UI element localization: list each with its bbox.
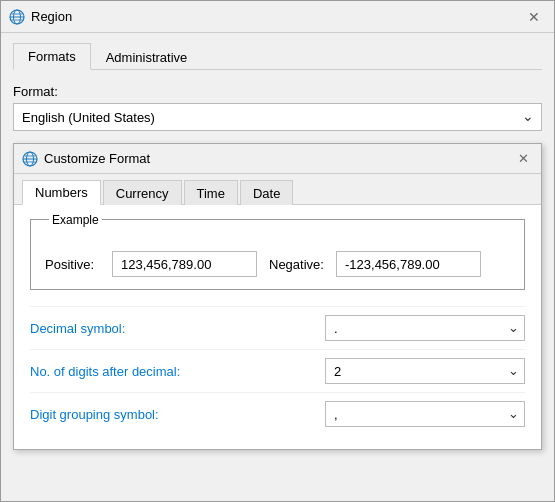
customize-window: Customize Format ✕ Numbers Currency Time… [13,143,542,450]
digits-after-decimal-select[interactable]: 01234 [325,358,525,384]
format-select[interactable]: English (United States)English (United K… [13,103,542,131]
region-title-bar: Region ✕ [1,1,554,33]
example-row: Positive: Negative: [45,251,510,277]
outer-tab-bar: Formats Administrative [13,43,542,70]
customize-close-button[interactable]: ✕ [513,149,533,169]
digits-after-decimal-select-wrapper: 01234 [325,358,525,384]
customize-title-text: Customize Format [44,151,507,166]
inner-tab-currency[interactable]: Currency [103,180,182,205]
example-box: Example Positive: Negative: [30,219,525,290]
inner-tab-numbers[interactable]: Numbers [22,180,101,205]
globe-icon [9,9,25,25]
decimal-symbol-row: Decimal symbol: ., [30,306,525,349]
digit-grouping-select-wrapper: ,. None [325,401,525,427]
inner-tab-bar: Numbers Currency Time Date [14,174,541,205]
negative-value-input[interactable] [336,251,481,277]
negative-label: Negative: [269,257,324,272]
customize-body: Example Positive: Negative: Decimal symb… [14,205,541,449]
customize-globe-icon [22,151,38,167]
digit-grouping-select[interactable]: ,. None [325,401,525,427]
format-select-wrapper: English (United States)English (United K… [13,103,542,131]
tab-formats[interactable]: Formats [13,43,91,70]
tab-administrative[interactable]: Administrative [91,43,203,70]
example-title: Example [49,213,102,227]
format-label: Format: [13,84,542,99]
positive-label: Positive: [45,257,100,272]
inner-tab-time[interactable]: Time [184,180,238,205]
decimal-symbol-label: Decimal symbol: [30,321,325,336]
positive-value-input[interactable] [112,251,257,277]
region-content: Formats Administrative Format: English (… [1,33,554,460]
decimal-symbol-select[interactable]: ., [325,315,525,341]
digit-grouping-label: Digit grouping symbol: [30,407,325,422]
region-close-button[interactable]: ✕ [522,5,546,29]
region-window: Region ✕ Formats Administrative Format: … [0,0,555,502]
inner-tab-date[interactable]: Date [240,180,293,205]
region-title: Region [31,9,516,24]
decimal-symbol-select-wrapper: ., [325,315,525,341]
format-section: Format: English (United States)English (… [13,84,542,131]
digits-after-decimal-label: No. of digits after decimal: [30,364,325,379]
customize-title-bar: Customize Format ✕ [14,144,541,174]
digits-after-decimal-row: No. of digits after decimal: 01234 [30,349,525,392]
digit-grouping-row: Digit grouping symbol: ,. None [30,392,525,435]
